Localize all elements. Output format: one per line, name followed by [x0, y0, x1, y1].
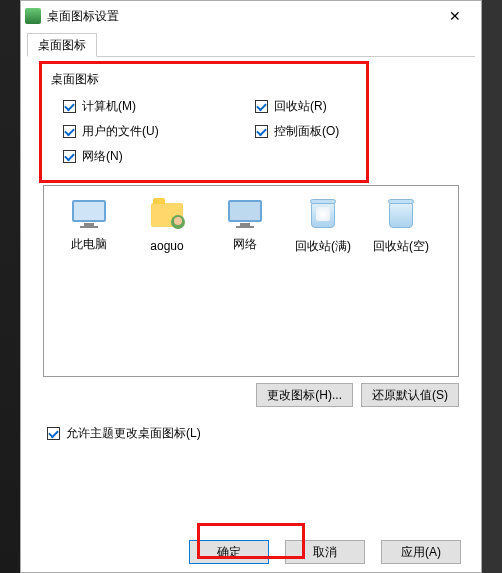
checkbox-icon	[255, 125, 268, 138]
titlebar: 桌面图标设置 ✕	[21, 1, 481, 31]
preview-recycle-full[interactable]: 回收站(满)	[284, 200, 362, 255]
window-title: 桌面图标设置	[47, 8, 433, 25]
user-folder-icon	[149, 203, 185, 233]
close-button[interactable]: ✕	[433, 2, 477, 30]
preview-this-pc[interactable]: 此电脑	[50, 200, 128, 253]
desktop-icons-group: 桌面图标 计算机(M) 回收站(R) 用户的文件(U) 控制	[35, 71, 467, 169]
check-label: 控制面板(O)	[274, 123, 339, 140]
apply-button[interactable]: 应用(A)	[381, 540, 461, 564]
change-icon-button[interactable]: 更改图标(H)...	[256, 383, 353, 407]
preview-label: 回收站(满)	[284, 238, 362, 255]
tab-strip: 桌面图标	[27, 33, 475, 57]
check-network[interactable]: 网络(N)	[63, 148, 255, 165]
preview-label: 网络	[206, 236, 284, 253]
check-label: 网络(N)	[82, 148, 123, 165]
preview-label: 回收站(空)	[362, 238, 440, 255]
computer-icon	[71, 200, 107, 230]
network-icon	[227, 200, 263, 230]
check-control-panel[interactable]: 控制面板(O)	[255, 123, 339, 140]
group-label: 桌面图标	[51, 71, 467, 88]
checkbox-icon	[63, 125, 76, 138]
check-label: 用户的文件(U)	[82, 123, 159, 140]
allow-theme-checkbox[interactable]: 允许主题更改桌面图标(L)	[47, 425, 475, 442]
checkbox-icon	[47, 427, 60, 440]
recycle-bin-empty-icon	[383, 202, 419, 232]
ok-button[interactable]: 确定	[189, 540, 269, 564]
preview-recycle-empty[interactable]: 回收站(空)	[362, 200, 440, 255]
desktop-icon-settings-dialog: 桌面图标设置 ✕ 桌面图标 桌面图标 计算机(M) 回收站(R)	[20, 0, 482, 573]
preview-label: aoguo	[128, 239, 206, 253]
allow-theme-label: 允许主题更改桌面图标(L)	[66, 425, 201, 442]
desktop-strip	[0, 0, 20, 573]
check-label: 计算机(M)	[82, 98, 136, 115]
preview-network[interactable]: 网络	[206, 200, 284, 253]
restore-default-button[interactable]: 还原默认值(S)	[361, 383, 459, 407]
dialog-footer: 确定 取消 应用(A)	[21, 540, 481, 564]
checkbox-icon	[63, 150, 76, 163]
preview-label: 此电脑	[50, 236, 128, 253]
checkbox-icon	[255, 100, 268, 113]
preview-user-folder[interactable]: aoguo	[128, 200, 206, 253]
check-recycle-bin[interactable]: 回收站(R)	[255, 98, 327, 115]
tab-desktop-icons[interactable]: 桌面图标	[27, 33, 97, 57]
cancel-button[interactable]: 取消	[285, 540, 365, 564]
recycle-bin-full-icon	[305, 202, 341, 232]
checkbox-icon	[63, 100, 76, 113]
check-label: 回收站(R)	[274, 98, 327, 115]
check-computer[interactable]: 计算机(M)	[63, 98, 255, 115]
icon-preview-pane: 此电脑 aoguo 网络 回收站(满)	[43, 185, 459, 377]
check-user-files[interactable]: 用户的文件(U)	[63, 123, 255, 140]
app-icon	[25, 8, 41, 24]
